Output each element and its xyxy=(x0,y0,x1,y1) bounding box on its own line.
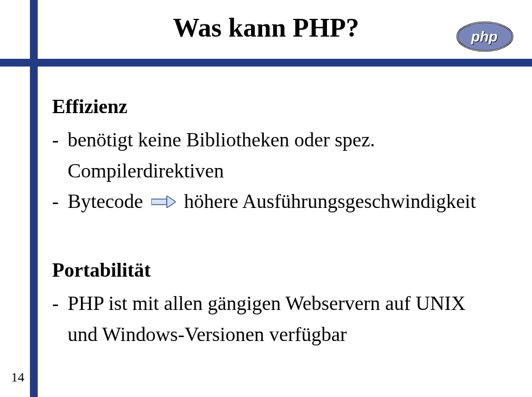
section-portability: Portabilität - PHP ist mit allen gängige… xyxy=(52,255,495,350)
list-item: - benötigt keine Bibliotheken oder spez. xyxy=(52,125,495,156)
bullet-dash: - xyxy=(52,125,68,156)
bullet-continuation: und Windows-Versionen verfügbar xyxy=(52,319,495,350)
svg-text:php: php xyxy=(470,28,498,45)
heading-efficiency: Effizienz xyxy=(52,91,495,123)
slide-title: Was kann PHP? xyxy=(0,12,532,43)
heading-portability: Portabilität xyxy=(52,255,495,286)
arrow-right-icon xyxy=(151,186,176,217)
svg-marker-5 xyxy=(167,196,176,208)
svg-rect-4 xyxy=(151,199,167,205)
page-number: 14 xyxy=(11,370,24,385)
bullet-text: PHP ist mit allen gängigen Webservern au… xyxy=(68,288,495,319)
bullet-dash: - xyxy=(52,186,68,217)
list-item: - Bytecode höhere Ausführungsgeschwindig… xyxy=(52,186,495,221)
content-area: Effizienz - benötigt keine Bibliotheken … xyxy=(52,91,495,350)
list-item: - PHP ist mit allen gängigen Webservern … xyxy=(52,288,495,319)
bullet-continuation: Compilerdirektiven xyxy=(52,156,495,187)
bullet-text: benötigt keine Bibliotheken oder spez. xyxy=(68,125,495,156)
bytecode-label: Bytecode xyxy=(68,191,143,213)
section-efficiency: Effizienz - benötigt keine Bibliotheken … xyxy=(52,91,495,221)
bullet-text: Bytecode höhere Ausführungsgeschwindigke… xyxy=(68,186,495,221)
slide: Was kann PHP? php php Effizienz - benöti… xyxy=(0,0,532,397)
bullet-dash: - xyxy=(52,288,68,319)
speed-label: höhere Ausführungsgeschwindigkeit xyxy=(184,191,476,213)
horizontal-divider xyxy=(0,59,532,67)
php-logo: php php xyxy=(454,20,515,55)
